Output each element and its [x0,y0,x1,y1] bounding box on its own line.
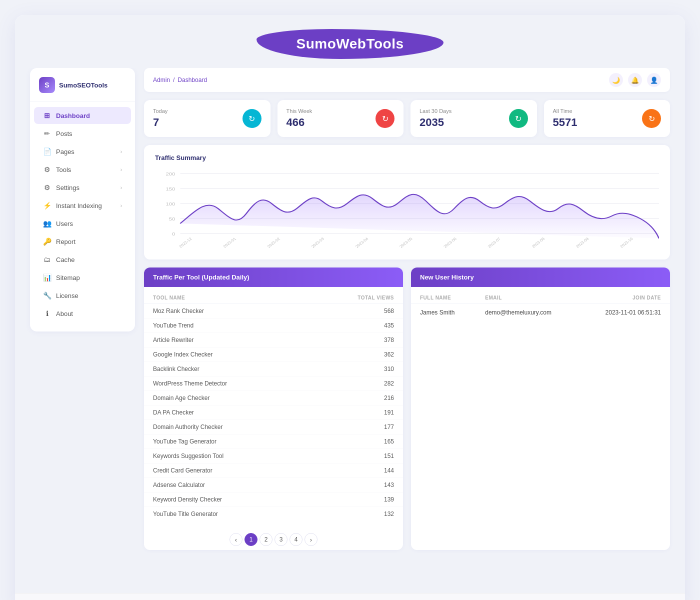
sitemap-icon: 📊 [43,274,51,282]
main-content: Admin / Dashboard 🌙 🔔 👤 Today 7 ↻ [144,68,670,578]
sidebar-item-tools[interactable]: ⚙ Tools › [34,161,131,178]
col-header-email: EMAIL [485,295,582,300]
stat-card-week-label: This Week [286,108,312,114]
instant-indexing-chevron-icon: › [120,203,122,208]
col-header-date: JOIN DATE [583,295,661,300]
sidebar-item-settings[interactable]: ⚙ Settings › [34,179,131,196]
sidebar-label-instant-indexing: Instant Indexing [56,202,102,210]
table-row: DA PA Checker191 [144,406,403,420]
sidebar-label-cache: Cache [56,256,75,264]
tool-name: Keywords Suggestion Tool [153,452,349,460]
tool-views: 435 [349,322,394,329]
tool-views: 216 [349,394,394,402]
instant-indexing-icon: ⚡ [43,202,51,210]
stat-card-30days-icon: ↻ [509,109,528,128]
pagination-next[interactable]: › [304,533,318,546]
sidebar-label-about: About [56,310,73,318]
table-row: Credit Card Generator144 [144,464,403,478]
table-row: Moz Rank Checker568 [144,304,403,318]
stat-card-alltime: All Time 5571 ↻ [544,100,670,137]
stat-card-today-value: 7 [153,116,168,129]
col-header-views: TOTAL VIEWS [349,295,394,300]
user-history-card: New User History FULL NAME EMAIL JOIN DA… [411,268,670,550]
user-name: James Smith [420,309,485,316]
user-row: James Smithdemo@themeluxury.com2023-11-0… [411,304,670,321]
traffic-table-col-headers: TOOL NAME TOTAL VIEWS [144,292,403,304]
col-header-tool: TOOL NAME [153,295,349,300]
tool-name: YouTube Title Generator [153,510,349,518]
stat-card-week-value: 466 [286,116,312,129]
sidebar-label-posts: Posts [56,130,72,138]
dark-mode-button[interactable]: 🌙 [609,73,623,87]
banner-inner: SumoWebTools [256,29,444,59]
tool-views: 151 [349,452,394,460]
stat-cards: Today 7 ↻ This Week 466 ↻ Last 30 Days 2 [144,100,670,137]
pagination-page-3[interactable]: 3 [274,533,288,546]
sidebar-item-dashboard[interactable]: ⊞ Dashboard [34,107,131,124]
svg-text:200: 200 [166,172,175,176]
user-account-button[interactable]: 👤 [647,73,661,87]
stat-card-today: Today 7 ↻ [144,100,270,137]
pagination-page-4[interactable]: 4 [290,533,302,546]
sidebar-item-posts[interactable]: ✏ Posts [34,125,131,142]
sidebar-item-cache[interactable]: 🗂 Cache [34,251,131,268]
sidebar-item-license[interactable]: 🔧 License [34,287,131,304]
tool-name: Domain Age Checker [153,394,349,402]
stat-card-30days: Last 30 Days 2035 ↻ [410,100,537,137]
sidebar-item-instant-indexing[interactable]: ⚡ Instant Indexing › [34,197,131,214]
sidebar-logo-icon: S [39,77,55,93]
svg-text:2023-06: 2023-06 [442,236,458,248]
user-join-date: 2023-11-01 06:51:31 [583,309,661,316]
sidebar-item-about[interactable]: ℹ About [34,305,131,322]
settings-chevron-icon: › [120,185,122,190]
chart-title: Traffic Summary [155,154,659,162]
sidebar-item-pages[interactable]: 📄 Pages › [34,143,131,160]
tool-name: Adsense Calculator [153,482,349,488]
table-row: Domain Age Checker216 [144,391,403,406]
breadcrumb: Admin / Dashboard [153,76,207,84]
svg-text:100: 100 [166,202,175,206]
license-icon: 🔧 [43,292,51,300]
svg-text:2023-10: 2023-10 [619,236,634,248]
chart-area: 200 150 100 50 0 [155,168,659,250]
breadcrumb-separator: / [173,76,174,84]
traffic-table-rows: Moz Rank Checker568YouTube Trend435Artic… [144,304,403,521]
tool-name: YouTube Tag Generator [153,438,349,445]
sidebar-label-pages: Pages [56,148,74,156]
tool-name: DA PA Checker [153,409,349,416]
pagination-page-1[interactable]: 1 [244,533,258,546]
settings-icon: ⚙ [43,184,51,192]
tool-views: 378 [349,336,394,344]
pagination-page-2[interactable]: 2 [260,533,272,546]
stat-card-today-icon: ↻ [242,109,262,128]
tool-views: 310 [349,366,394,372]
topbar: Admin / Dashboard 🌙 🔔 👤 [144,68,670,92]
notifications-button[interactable]: 🔔 [628,73,642,87]
pagination-prev[interactable]: ‹ [230,533,242,546]
tool-name: Credit Card Generator [153,467,349,474]
sidebar-item-sitemap[interactable]: 📊 Sitemap [34,269,131,286]
traffic-table-inner: TOOL NAME TOTAL VIEWS Moz Rank Checker56… [144,287,403,526]
tool-name: Backlink Checker [153,366,349,372]
table-row: Google Index Checker362 [144,348,403,362]
sidebar-label-dashboard: Dashboard [56,112,90,120]
table-row: YouTube Trend435 [144,318,403,333]
table-row: YouTube Tag Generator165 [144,434,403,449]
table-row: WordPress Theme Detector282 [144,376,403,391]
sidebar-item-users[interactable]: 👥 Users [34,215,131,232]
pages-chevron-icon: › [120,149,122,154]
svg-text:150: 150 [166,186,175,192]
user-history-rows: James Smithdemo@themeluxury.com2023-11-0… [411,304,670,321]
svg-text:50: 50 [169,216,176,222]
tool-name: Keyword Density Checker [153,496,349,503]
tools-chevron-icon: › [120,167,122,172]
sidebar-item-report[interactable]: 🔑 Report [34,233,131,250]
tool-views: 282 [349,380,394,387]
tool-name: Google Index Checker [153,351,349,358]
tool-name: WordPress Theme Detector [153,380,349,387]
topbar-icons: 🌙 🔔 👤 [609,73,661,87]
svg-text:2023-07: 2023-07 [486,236,502,248]
tool-name: Moz Rank Checker [153,308,349,314]
tools-icon: ⚙ [43,166,51,174]
svg-text:2022-12: 2022-12 [178,236,193,248]
